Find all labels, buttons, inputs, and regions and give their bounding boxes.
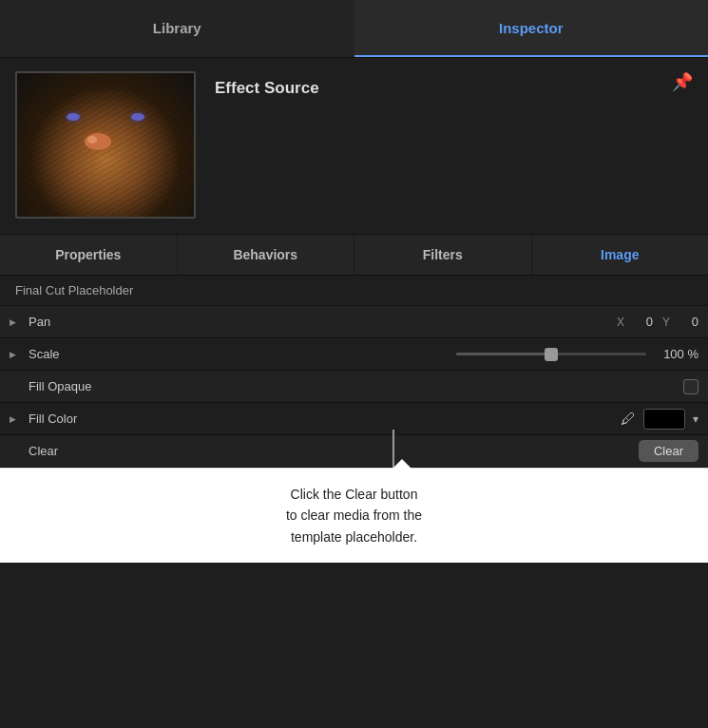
pan-x-value[interactable]: 0 [634,315,653,329]
callout-container: Click the Clear buttonto clear media fro… [0,468,708,563]
eyedropper-icon[interactable]: 🖊 [621,411,636,428]
tab-filters[interactable]: Filters [354,235,532,275]
scale-expand-icon[interactable]: ▶ [10,350,25,359]
callout-text: Click the Clear buttonto clear media fro… [38,484,670,547]
pan-y-label: Y [662,316,670,329]
content-area: Final Cut Placeholder ▶ Pan X 0 Y 0 ▶ Sc… [0,276,708,468]
property-tab-bar: Properties Behaviors Filters Image [0,234,708,276]
thumbnail [15,71,196,219]
tab-library[interactable]: Library [0,0,354,57]
effect-source-area: Effect Source 📌 [0,58,708,234]
fill-color-swatch[interactable] [643,409,685,430]
fill-color-expand-icon[interactable]: ▶ [10,414,25,424]
scale-slider[interactable] [456,353,646,355]
tab-inspector[interactable]: Inspector [354,0,709,57]
callout-area: Click the Clear buttonto clear media fro… [0,468,708,563]
pin-icon[interactable]: 📌 [672,71,693,92]
color-dropdown-arrow[interactable]: ▾ [693,412,698,426]
scale-label: Scale [29,347,114,361]
properties-table: ▶ Pan X 0 Y 0 ▶ Scale 100 % [0,305,708,468]
pan-label: Pan [29,315,114,329]
fill-opaque-checkbox[interactable] [683,379,698,394]
tab-image[interactable]: Image [532,235,709,275]
clear-row-label: Clear [29,444,58,458]
pan-y-value[interactable]: 0 [679,315,698,329]
pan-expand-icon[interactable]: ▶ [10,317,25,327]
tab-properties[interactable]: Properties [0,235,178,275]
top-tab-bar: Library Inspector [0,0,708,58]
fill-color-row: ▶ Fill Color 🖊 ▾ [0,403,708,435]
fill-color-label: Fill Color [29,412,114,426]
pan-x-label: X [617,316,624,329]
fill-color-controls: 🖊 ▾ [114,409,698,430]
scale-values: 100 % [114,347,698,361]
scale-percent: 100 % [656,347,698,361]
tab-behaviors[interactable]: Behaviors [178,235,355,275]
clear-row: ▶ Clear Clear [0,435,708,468]
pan-row: ▶ Pan X 0 Y 0 [0,306,708,338]
clear-button-container: Clear [58,440,698,462]
effect-source-label: Effect Source [215,79,319,98]
fill-opaque-row: ▶ Fill Opaque [0,371,708,403]
section-title: Final Cut Placeholder [0,276,708,305]
pan-values: X 0 Y 0 [114,315,698,329]
scale-row: ▶ Scale 100 % [0,338,708,371]
clear-button[interactable]: Clear [639,440,698,462]
fill-opaque-label: Fill Opaque [29,379,114,393]
fill-opaque-checkbox-container [114,379,698,394]
